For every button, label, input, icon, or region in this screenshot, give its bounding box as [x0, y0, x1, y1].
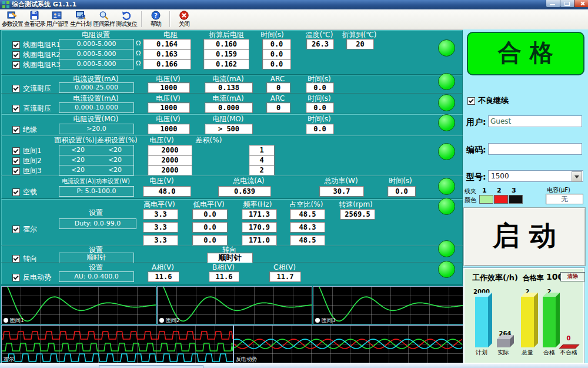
checkbox-icon	[12, 274, 20, 281]
coil-setting-header: 电阻设置	[82, 31, 110, 38]
user-input[interactable]	[488, 115, 582, 127]
toolbar-param-settings-button[interactable]: 参数设置	[1, 10, 24, 29]
turn2-checkbox[interactable]: 匝间2	[12, 156, 42, 166]
scope-turn1: 匝间1	[1, 286, 156, 324]
bemf-setting-header: 设置	[89, 264, 103, 271]
clamp3-color-swatch	[509, 195, 523, 204]
section-no-load: 电流设置(A)|功率设置(W) 电压(V) 总电流(A) 总功率(W) 时间(s…	[1, 175, 463, 199]
chevron-down-icon[interactable]	[572, 171, 582, 182]
turn1-checkbox[interactable]: 匝间1	[12, 146, 42, 156]
hall-duty-3: 48.5	[290, 235, 325, 246]
pass-bar-label: 合格	[543, 349, 555, 357]
scope-hall-label: 霍尔	[4, 356, 14, 362]
checkbox-icon	[12, 188, 20, 196]
start-button[interactable]: 启动	[463, 207, 586, 266]
toolbar-help-button[interactable]: ? 帮助	[145, 10, 167, 29]
toolbar-close-button[interactable]: 关闭	[173, 10, 195, 29]
clamp-number-1: 1	[482, 187, 487, 194]
toolbar-production-plan-button[interactable]: 生产计划	[69, 10, 92, 29]
hall-freq-header: 频率(Hz)	[243, 201, 272, 208]
ins-setting-header: 电阻设置(MΩ)	[74, 115, 119, 122]
total-bar	[521, 297, 534, 347]
magnifier-icon	[99, 11, 109, 21]
coil-r1-setting-range[interactable]: 0.000-5.000	[59, 39, 134, 49]
taskbar-edge	[0, 363, 588, 368]
hall-setting-range[interactable]: Duty: 0.0-99.0	[59, 218, 136, 229]
scope-turn3: 匝间3	[313, 286, 463, 324]
continue-on-fail-checkbox[interactable]: 不良继续	[467, 95, 509, 106]
color-label: 颜色	[465, 196, 476, 204]
turn3-waveform	[313, 287, 463, 321]
checkbox-icon	[467, 97, 475, 105]
pass-bar	[543, 297, 556, 347]
turn3-voltage-value: 2000	[148, 165, 192, 175]
dc-current-value: 0.000	[205, 102, 253, 113]
taskbar-item[interactable]	[99, 365, 203, 368]
ac-voltage-value: 1000	[148, 82, 190, 93]
hall-high-header: 高电平(V)	[143, 201, 175, 208]
toolbar-turn-sampling-button[interactable]: 匝间采样	[93, 10, 115, 29]
back-emf-checkbox[interactable]: 反电动势	[12, 273, 51, 283]
coil-r2-setting-range[interactable]: 0.000-5.000	[59, 49, 134, 59]
coil-r2-converted-value: 0.159	[203, 49, 249, 59]
turn3-setting-range[interactable]: <20<20	[59, 165, 134, 175]
ac-setting-range[interactable]: 0.000-25.000	[59, 82, 134, 93]
model-label: 型号:	[466, 172, 486, 183]
back-emf-setting-range[interactable]: AU: 0.0-400.0	[59, 271, 134, 282]
insulation-setting-range[interactable]: >20.0	[59, 124, 134, 134]
coil-r2-checkbox[interactable]: 线圈电阻R2	[12, 50, 61, 60]
no-load-setting-range[interactable]: P: 5.0-100.0	[59, 186, 134, 197]
maximize-button[interactable]	[560, 0, 575, 8]
toolbar-test-reset-button[interactable]: 测试复位	[115, 10, 138, 29]
coil-time-header: 时间(s)	[260, 31, 284, 38]
hall-speed-value: 2569.5	[340, 209, 375, 220]
ac-time-value: 0.0	[306, 82, 334, 93]
turn1-waveform	[2, 287, 156, 321]
ac-hipot-status-led	[438, 73, 455, 90]
minimize-button[interactable]	[546, 0, 561, 8]
plan-bar	[475, 297, 488, 347]
direction-setting-value[interactable]: 顺时针	[59, 253, 134, 263]
toolbar-view-records-button[interactable]: 查看记录	[24, 10, 46, 29]
dc-hipot-checkbox[interactable]: 直流耐压	[12, 104, 51, 114]
coil-r1-checkbox[interactable]: 线圈电阻R1	[12, 40, 61, 50]
clear-stats-button[interactable]: 清除	[560, 272, 585, 281]
coil-r3-time-value: 0.0	[262, 59, 291, 69]
window-close-button[interactable]	[574, 0, 588, 8]
ins-voltage-header: 电压(V)	[156, 115, 181, 122]
dc-setting-header: 电流设置(mA)	[73, 95, 118, 102]
dc-current-header: 电流(mA)	[212, 95, 243, 102]
hall-duty-2: 48.3	[290, 222, 325, 233]
noload-setting-header: 电流设置(A)|功率设置(W)	[62, 178, 130, 185]
no-load-checkbox[interactable]: 空载	[12, 187, 37, 197]
code-input[interactable]	[488, 143, 582, 155]
ac-hipot-checkbox[interactable]: 交流耐压	[12, 84, 51, 94]
hall-setting-label: 设置	[89, 209, 103, 216]
insulation-status-led	[438, 114, 455, 131]
toolbar-separator	[141, 11, 142, 27]
ac-current-header: 电流(mA)	[212, 75, 243, 82]
clamp-label: 线夹	[465, 187, 476, 195]
turn3-checkbox[interactable]: 匝间3	[12, 166, 42, 176]
fail-bar	[559, 344, 580, 349]
hall-checkbox[interactable]: 霍尔	[12, 224, 37, 234]
toolbar-user-management-button[interactable]: 用户管理	[46, 10, 68, 29]
insulation-checkbox[interactable]: 绝缘	[12, 125, 37, 135]
insulation-resistance-value: > 500	[205, 124, 253, 134]
convert-to-header: 折算到(℃)	[342, 31, 377, 38]
turn1-setting-range[interactable]: <20<20	[59, 145, 134, 155]
capacitance-value: 无	[546, 194, 583, 204]
hall-wave-red	[2, 331, 233, 339]
scope-turn1-label: 匝间1	[10, 317, 24, 323]
coil-r3-setting-range[interactable]: 0.000-5.000	[59, 59, 134, 69]
ac-setting-header: 电流设置(mA)	[73, 75, 118, 82]
bemf-phase-a-value: 11.6	[148, 271, 179, 282]
coil-r3-checkbox[interactable]: 线圈电阻R3	[12, 60, 61, 70]
turn2-setting-range[interactable]: <20<20	[59, 155, 134, 165]
coil-resistance-header: 电阻	[163, 31, 178, 38]
scope-bemf-label: 反电动势	[236, 356, 257, 362]
model-dropdown[interactable]: 1500	[488, 170, 583, 182]
dc-setting-range[interactable]: 0.000-10.000	[59, 102, 134, 113]
temperature-header: 温度(℃)	[306, 31, 333, 38]
user-card-icon	[52, 11, 62, 21]
